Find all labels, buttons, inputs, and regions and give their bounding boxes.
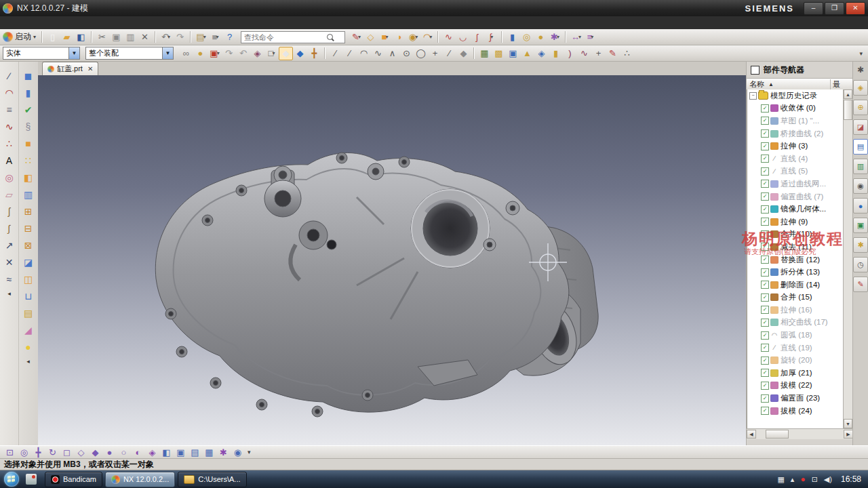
plus-tool-icon[interactable]: +▾ [591, 47, 606, 60]
checkbox-icon[interactable]: ✓ [761, 167, 769, 176]
effects-icon[interactable]: ✱ [216, 445, 231, 459]
taskbar-button-nx[interactable]: NX 12.0.0.2... [105, 472, 175, 487]
bracket-icon[interactable]: )▾ [563, 47, 577, 60]
intersect-curve-icon[interactable]: ✕ [1, 253, 18, 270]
tree-item[interactable]: ✓ ◠ 圆弧 (18) [747, 329, 854, 342]
checkbox-icon[interactable]: ✓ [761, 129, 769, 138]
taskbar-button-explorer[interactable]: C:\Users\A... [178, 472, 246, 487]
offset-curve-icon[interactable]: ≈ [1, 270, 18, 287]
checkbox-icon[interactable]: ✓ [761, 180, 769, 188]
checkbox-icon[interactable]: ✓ [761, 268, 769, 277]
cylinder-icon[interactable]: ▮ [20, 84, 37, 101]
annotation-icon[interactable]: ≡▾ [583, 30, 597, 44]
toolbar-overflow-button[interactable]: ▾ [248, 449, 251, 455]
view-manager-icon[interactable]: ◉ [853, 178, 868, 194]
close-button[interactable]: ✕ [846, 2, 865, 15]
snap-midpoint-icon[interactable]: ∕▾ [342, 47, 357, 60]
tree-item[interactable]: ✓ 删除面 (14) [747, 279, 854, 291]
select-box-icon[interactable]: ▣▾ [208, 47, 222, 60]
checkbox-icon[interactable]: ✓ [761, 331, 769, 340]
law-curve-icon[interactable]: ∫▾ [484, 30, 498, 44]
checkbox-icon[interactable]: ✓ [761, 319, 769, 327]
tree-item[interactable]: ✓ 拆分体 (13) [747, 266, 854, 279]
rotate-view-icon[interactable]: ↻ [45, 445, 60, 459]
studio-spline-icon[interactable]: ʃ▾ [470, 30, 484, 44]
arc-icon[interactable]: ◠ [1, 84, 18, 101]
column-name[interactable]: 名称 [749, 79, 764, 89]
clock-history-icon[interactable]: ◷ [853, 257, 868, 272]
checkbox-icon[interactable]: ✓ [761, 142, 769, 150]
tab-close-icon[interactable]: ✕ [87, 65, 93, 73]
pick-dn-icon[interactable]: ↶▾ [236, 47, 250, 60]
checkbox-icon[interactable]: ✓ [761, 218, 769, 226]
tree-item[interactable]: ✓ 相交曲线 (17) [747, 317, 854, 329]
checkbox-icon[interactable]: ✓ [761, 407, 769, 415]
pin-icon[interactable]: ▮▾ [549, 47, 563, 60]
scrollbar-thumb[interactable] [766, 430, 789, 439]
emboss-body-icon[interactable]: ✔ [20, 101, 37, 118]
toolbar-overflow-button[interactable]: ▾ [859, 50, 863, 57]
law-icon[interactable]: ʃ [1, 203, 18, 220]
command-book-icon[interactable]: ▤▾ [194, 30, 208, 44]
chevron-down-icon[interactable]: ▼ [162, 47, 173, 59]
curve-fit-icon[interactable]: ∿▾ [577, 47, 591, 60]
block-icon[interactable]: ◼ [20, 67, 37, 84]
chevron-down-icon[interactable]: ▼ [68, 47, 79, 59]
checkbox-icon[interactable]: ✓ [761, 369, 769, 377]
delete-icon[interactable]: ✕▾ [138, 30, 152, 44]
point-set-icon[interactable]: ∴ [1, 135, 18, 152]
sphere-icon[interactable]: ● [20, 338, 37, 355]
tree-item[interactable]: ✓ 通过曲线网... [747, 178, 854, 190]
undo-icon[interactable]: ↶▾ [159, 30, 173, 44]
snap-center-icon[interactable]: ⊙▾ [399, 47, 414, 60]
snapshot-icon[interactable]: ▣ [174, 445, 188, 459]
tree-item[interactable]: ✓ 拔模 (24) [747, 405, 854, 418]
web-browser-icon[interactable]: ● [853, 198, 868, 214]
sketch-tool-icon[interactable]: ✎▾ [606, 47, 620, 60]
part-navigator-icon[interactable]: ▤ [853, 139, 868, 155]
background-icon[interactable]: ▦ [202, 445, 216, 459]
tree-item[interactable]: ✓ 拉伸 (9) [747, 216, 854, 228]
lighting-icon[interactable]: ▲▾ [520, 47, 534, 60]
record-view-icon[interactable]: ◉ [231, 445, 245, 459]
render-icon[interactable]: ◈▾ [534, 47, 549, 60]
bead-icon[interactable]: ●▾ [534, 30, 548, 44]
checkbox-icon[interactable]: ✓ [761, 104, 769, 113]
roles-icon[interactable]: ✎ [853, 277, 868, 292]
search-icon[interactable] [327, 34, 333, 40]
point-tool-icon[interactable]: ∴▾ [620, 47, 634, 60]
selection-filter-dropdown[interactable]: 实体 ▼ [3, 47, 80, 60]
tree-item[interactable]: ✓ 镜像几何体... [747, 203, 854, 216]
emboss-icon[interactable]: ◎ [1, 169, 18, 186]
pick-up-icon[interactable]: ↷▾ [222, 47, 236, 60]
checkbox-icon[interactable]: ✓ [761, 281, 769, 289]
tree-item[interactable]: ✓ 草图 (1) "... [747, 115, 854, 127]
project-curve-icon[interactable]: ↗ [1, 237, 18, 253]
assembly-navigator-icon[interactable]: ◈ [853, 80, 868, 96]
snap-pole-icon[interactable]: ∧▾ [385, 47, 399, 60]
3d-canvas[interactable] [38, 75, 746, 445]
command-search[interactable] [241, 31, 345, 43]
tree-item[interactable]: ✓ ∕ 直线 (5) [747, 165, 854, 178]
volume-icon[interactable]: ◀) [824, 475, 832, 484]
horizontal-scrollbar[interactable]: ◀ ▶ [747, 428, 853, 439]
snap-ball-icon[interactable]: ●▾ [193, 47, 208, 60]
show-hide-icon[interactable]: ∞▾ [179, 47, 193, 60]
save-icon[interactable]: ◧▾ [74, 30, 88, 44]
trim-body-icon[interactable]: ◪ [20, 253, 37, 270]
hole-icon[interactable]: ◉▾ [406, 30, 420, 44]
checkbox-icon[interactable]: ✓ [761, 192, 769, 201]
rapid-dimension-icon[interactable]: ↔▾ [569, 30, 583, 44]
through-curves-icon[interactable]: ▥ [20, 186, 37, 203]
checkbox-icon[interactable]: ✓ [761, 205, 769, 214]
join-curve-icon[interactable]: ∫ [1, 220, 18, 237]
grid-icon[interactable]: ▦▾ [477, 47, 492, 60]
checkbox-icon[interactable]: ✓ [761, 357, 769, 365]
command-finder-icon[interactable]: ?▾ [222, 30, 237, 44]
helix-icon[interactable]: ≡ [1, 101, 18, 118]
datum-plane-icon[interactable]: ◇▾ [363, 30, 378, 44]
taskbar-button-bandicam[interactable]: Bandicam [45, 472, 102, 487]
recording-icon[interactable]: ● [800, 474, 805, 484]
edge-blend-icon[interactable]: ◠▾ [420, 30, 435, 44]
open-folder-icon[interactable]: ▰▾ [60, 30, 74, 44]
